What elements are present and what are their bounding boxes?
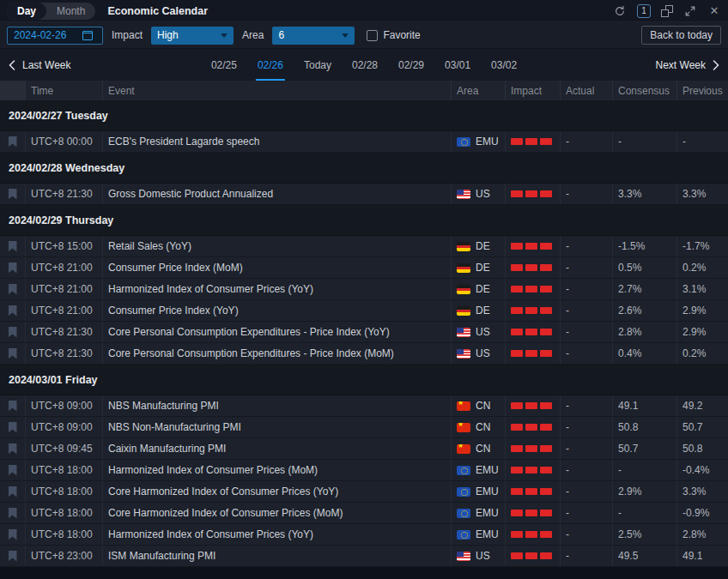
impact-bar — [525, 138, 537, 145]
event-name[interactable]: ECB's President Lagarde speech — [103, 131, 452, 152]
last-week-button[interactable]: Last Week — [9, 59, 70, 71]
week-day-03/02[interactable]: 03/02 — [489, 49, 519, 81]
expand-icon[interactable] — [683, 4, 697, 18]
bookmark-icon[interactable] — [9, 529, 17, 540]
event-name[interactable]: Core Harmonized Index of Consumer Prices… — [103, 503, 452, 523]
event-name[interactable]: Harmonized Index of Consumer Prices (YoY… — [103, 279, 452, 299]
event-area: DE — [452, 300, 506, 321]
chevron-left-icon — [9, 60, 15, 70]
bookmark-icon[interactable] — [9, 284, 17, 295]
panel-number-badge[interactable]: 1 — [637, 4, 651, 18]
bookmark-icon[interactable] — [9, 262, 17, 274]
event-name[interactable]: Core Personal Consumption Expenditures -… — [103, 322, 452, 342]
actual-value: - — [561, 131, 613, 152]
event-area: EMU — [452, 503, 506, 523]
tab-month[interactable]: Month — [46, 3, 95, 20]
area-code: DE — [476, 283, 490, 295]
week-day-03/01[interactable]: 03/01 — [443, 49, 472, 81]
event-name[interactable]: Gross Domestic Product Annualized — [103, 184, 452, 204]
calendar-icon[interactable] — [82, 30, 93, 40]
impact-high-bars — [511, 467, 552, 473]
impact-high-bars — [511, 286, 552, 293]
week-day-02/28[interactable]: 02/28 — [350, 49, 379, 81]
duplicate-window-icon[interactable] — [661, 5, 673, 17]
bookmark-icon[interactable] — [9, 508, 17, 519]
date-picker[interactable] — [7, 27, 103, 45]
bookmark-icon[interactable] — [9, 551, 17, 562]
impact-high-bars — [511, 424, 552, 431]
date-group-label: 2024/02/28 Wednesday — [9, 162, 124, 174]
area-code: US — [476, 347, 490, 359]
table-row: UTC+8 21:30Core Personal Consumption Exp… — [0, 322, 728, 343]
impact-bar — [540, 138, 552, 145]
event-name[interactable]: Consumer Price Index (MoM) — [103, 257, 452, 278]
event-name[interactable]: NBS Manufacturing PMI — [103, 395, 452, 416]
bookmark-icon[interactable] — [9, 401, 17, 412]
week-day-today[interactable]: Today — [302, 49, 333, 81]
bookmark-icon[interactable] — [9, 189, 17, 200]
header-time: Time — [26, 81, 103, 100]
event-name[interactable]: Consumer Price Index (YoY) — [103, 300, 452, 321]
date-input[interactable] — [14, 29, 76, 41]
table-row: UTC+8 00:00ECB's President Lagarde speec… — [0, 131, 728, 153]
impact-dropdown[interactable]: High — [151, 27, 234, 45]
table-row: UTC+8 09:45Caixin Manufacturing PMICN-50… — [0, 438, 728, 460]
tab-day[interactable]: Day — [7, 3, 46, 20]
consensus-value: - — [613, 460, 677, 480]
event-name[interactable]: NBS Non-Manufacturing PMI — [103, 417, 452, 437]
impact-high-bars — [511, 307, 552, 314]
table-row: UTC+8 15:00Retail Sales (YoY)DE--1.5%-1.… — [0, 236, 728, 257]
area-dropdown[interactable]: 6 — [272, 27, 355, 45]
actual-value: - — [561, 524, 613, 545]
last-week-label: Last Week — [22, 59, 70, 71]
event-name[interactable]: Core Personal Consumption Expenditures -… — [103, 343, 452, 364]
bookmark-cell — [0, 503, 26, 523]
impact-bar — [525, 286, 537, 293]
impact-bar — [540, 264, 552, 271]
close-icon[interactable]: ✕ — [707, 4, 721, 18]
previous-value: 3.3% — [677, 481, 728, 502]
impact-bar — [525, 467, 537, 473]
bookmark-icon[interactable] — [9, 327, 17, 338]
bookmark-icon[interactable] — [9, 136, 17, 148]
impact-high-bars — [511, 402, 552, 409]
event-time: UTC+8 18:00 — [26, 503, 103, 523]
us-flag-icon — [457, 349, 470, 359]
event-name[interactable]: Harmonized Index of Consumer Prices (YoY… — [103, 524, 452, 545]
bookmark-icon[interactable] — [9, 305, 17, 317]
back-to-today-button[interactable]: Back to today — [641, 26, 721, 45]
favorite-checkbox[interactable] — [367, 30, 378, 41]
table-row: UTC+8 21:30Gross Domestic Product Annual… — [0, 184, 728, 205]
event-name[interactable]: Caixin Manufacturing PMI — [103, 438, 452, 459]
consensus-value: - — [613, 131, 677, 152]
previous-value: -0.4% — [677, 460, 728, 480]
impact-bar — [511, 552, 523, 559]
bookmark-icon[interactable] — [9, 422, 17, 433]
bookmark-icon[interactable] — [9, 465, 17, 476]
bookmark-icon[interactable] — [9, 241, 17, 252]
event-name[interactable]: Harmonized Index of Consumer Prices (MoM… — [103, 460, 452, 480]
refresh-icon[interactable] — [613, 4, 627, 18]
actual-value: - — [561, 546, 613, 566]
week-day-02/25[interactable]: 02/25 — [209, 49, 239, 81]
table-row: UTC+8 09:00NBS Manufacturing PMICN-49.14… — [0, 395, 728, 417]
event-area: US — [452, 322, 506, 342]
week-day-02/29[interactable]: 02/29 — [397, 49, 426, 81]
bookmark-icon[interactable] — [9, 348, 17, 359]
event-name[interactable]: Core Harmonized Index of Consumer Prices… — [103, 481, 452, 502]
bookmark-icon[interactable] — [9, 443, 17, 455]
impact-cell — [506, 546, 561, 566]
date-group-label: 2024/02/29 Thursday — [9, 214, 113, 226]
bookmark-cell — [0, 343, 26, 364]
event-name[interactable]: Retail Sales (YoY) — [103, 236, 452, 256]
event-time: UTC+8 09:00 — [26, 417, 103, 437]
bookmark-icon[interactable] — [9, 486, 17, 498]
event-time: UTC+8 21:00 — [26, 300, 103, 321]
actual-value: - — [561, 438, 613, 459]
next-week-button[interactable]: Next Week — [656, 59, 719, 71]
impact-bar — [525, 531, 537, 538]
table-row: UTC+8 18:00Harmonized Index of Consumer … — [0, 524, 728, 546]
week-day-02/26[interactable]: 02/26 — [256, 49, 285, 81]
favorite-filter[interactable]: Favorite — [367, 29, 420, 41]
event-name[interactable]: ISM Manufacturing PMI — [103, 546, 452, 566]
